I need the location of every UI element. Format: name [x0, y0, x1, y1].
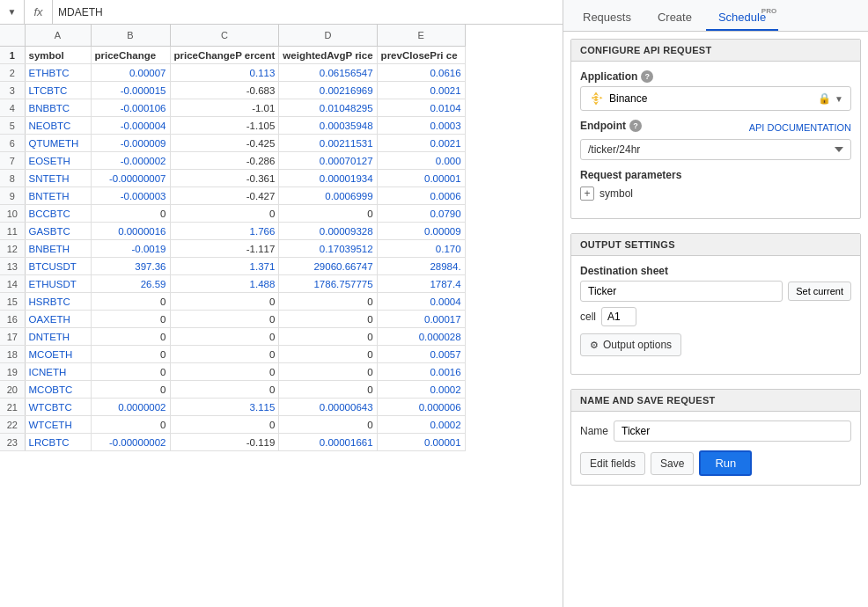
cell-d5[interactable]: 0.00035948: [279, 117, 377, 135]
cell-d3[interactable]: 0.00216969: [279, 82, 377, 99]
cell-e2[interactable]: 0.0616: [377, 64, 465, 82]
cell-c16[interactable]: 0: [170, 311, 279, 328]
cell-a8[interactable]: SNTETH: [25, 170, 91, 187]
cell-c3[interactable]: -0.683: [170, 82, 279, 99]
cell-a21[interactable]: WTCBTC: [25, 399, 91, 416]
cell-d10[interactable]: 0: [279, 205, 377, 223]
cell-a5[interactable]: NEOBTC: [25, 117, 91, 135]
cell-b17[interactable]: 0: [91, 328, 170, 346]
cell-e7[interactable]: 0.000: [377, 152, 465, 170]
cell-d16[interactable]: 0: [279, 311, 377, 328]
edit-fields-button[interactable]: Edit fields: [580, 452, 645, 475]
formula-bar-value[interactable]: MDAETH: [53, 6, 563, 18]
cell-e19[interactable]: 0.0016: [377, 363, 465, 381]
cell-b12[interactable]: -0.0019: [91, 240, 170, 258]
cell-e21[interactable]: 0.000006: [377, 399, 465, 416]
cell-c17[interactable]: 0: [170, 328, 279, 346]
cell-d23[interactable]: 0.00001661: [279, 434, 377, 451]
cell-e17[interactable]: 0.000028: [377, 328, 465, 346]
cell-e5[interactable]: 0.0003: [377, 117, 465, 135]
cell-a2[interactable]: ETHBTC: [25, 64, 91, 82]
run-button[interactable]: Run: [699, 450, 752, 476]
cell-e13[interactable]: 28984.: [377, 258, 465, 275]
cell-a18[interactable]: MCOETH: [25, 346, 91, 363]
cell-b9[interactable]: -0.000003: [91, 187, 170, 205]
cell-b13[interactable]: 397.36: [91, 258, 170, 275]
cell-d22[interactable]: 0: [279, 416, 377, 434]
dest-sheet-input[interactable]: [580, 281, 783, 302]
cell-b20[interactable]: 0: [91, 381, 170, 399]
cell-a17[interactable]: DNTETH: [25, 328, 91, 346]
cell-e4[interactable]: 0.0104: [377, 99, 465, 117]
cell-c23[interactable]: -0.119: [170, 434, 279, 451]
cell-d4[interactable]: 0.01048295: [279, 99, 377, 117]
cell-b10[interactable]: 0: [91, 205, 170, 223]
cell-e1[interactable]: prevClosePri ce: [377, 47, 465, 64]
set-current-button[interactable]: Set current: [788, 282, 851, 301]
cell-b4[interactable]: -0.000106: [91, 99, 170, 117]
cell-e16[interactable]: 0.00017: [377, 311, 465, 328]
app-chevron-icon[interactable]: ▼: [835, 94, 843, 104]
cell-b1[interactable]: priceChange: [91, 47, 170, 64]
cell-e20[interactable]: 0.0002: [377, 381, 465, 399]
cell-d20[interactable]: 0: [279, 381, 377, 399]
cell-c21[interactable]: 3.115: [170, 399, 279, 416]
endpoint-help-icon[interactable]: ?: [629, 120, 642, 132]
tab-requests[interactable]: Requests: [570, 5, 644, 31]
cell-b3[interactable]: -0.000015: [91, 82, 170, 99]
cell-c14[interactable]: 1.488: [170, 275, 279, 293]
cell-a10[interactable]: BCCBTC: [25, 205, 91, 223]
cell-a7[interactable]: EOSETH: [25, 152, 91, 170]
cell-b19[interactable]: 0: [91, 363, 170, 381]
cell-b7[interactable]: -0.000002: [91, 152, 170, 170]
cell-d11[interactable]: 0.00009328: [279, 223, 377, 240]
cell-d15[interactable]: 0: [279, 293, 377, 311]
cell-a20[interactable]: MCOBTC: [25, 381, 91, 399]
cell-b15[interactable]: 0: [91, 293, 170, 311]
tab-schedule[interactable]: PRO Schedule: [706, 5, 778, 31]
add-param-button[interactable]: +: [580, 186, 594, 201]
cell-b22[interactable]: 0: [91, 416, 170, 434]
cell-e3[interactable]: 0.0021: [377, 82, 465, 99]
cell-d17[interactable]: 0: [279, 328, 377, 346]
cell-e12[interactable]: 0.170: [377, 240, 465, 258]
cell-a11[interactable]: GASBTC: [25, 223, 91, 240]
cell-c2[interactable]: 0.113: [170, 64, 279, 82]
endpoint-select[interactable]: /ticker/24hr: [580, 139, 851, 160]
cell-a22[interactable]: WTCETH: [25, 416, 91, 434]
cell-e6[interactable]: 0.0021: [377, 135, 465, 152]
cell-d19[interactable]: 0: [279, 363, 377, 381]
cell-c18[interactable]: 0: [170, 346, 279, 363]
cell-d7[interactable]: 0.00070127: [279, 152, 377, 170]
cell-b18[interactable]: 0: [91, 346, 170, 363]
cell-d14[interactable]: 1786.757775: [279, 275, 377, 293]
formula-bar-dropdown[interactable]: ▼: [0, 0, 25, 25]
cell-a3[interactable]: LTCBTC: [25, 82, 91, 99]
cell-c10[interactable]: 0: [170, 205, 279, 223]
cell-c11[interactable]: 1.766: [170, 223, 279, 240]
output-options-button[interactable]: ⚙ Output options: [580, 333, 681, 356]
cell-d9[interactable]: 0.0006999: [279, 187, 377, 205]
cell-b8[interactable]: -0.00000007: [91, 170, 170, 187]
cell-b2[interactable]: 0.00007: [91, 64, 170, 82]
cell-d1[interactable]: weightedAvgP rice: [279, 47, 377, 64]
cell-d21[interactable]: 0.00000643: [279, 399, 377, 416]
cell-a1[interactable]: symbol: [25, 47, 91, 64]
cell-c15[interactable]: 0: [170, 293, 279, 311]
cell-b21[interactable]: 0.0000002: [91, 399, 170, 416]
cell-e14[interactable]: 1787.4: [377, 275, 465, 293]
name-input[interactable]: [614, 421, 851, 442]
cell-e15[interactable]: 0.0004: [377, 293, 465, 311]
cell-c1[interactable]: priceChangeP ercent: [170, 47, 279, 64]
cell-d13[interactable]: 29060.66747: [279, 258, 377, 275]
cell-b6[interactable]: -0.000009: [91, 135, 170, 152]
cell-b23[interactable]: -0.00000002: [91, 434, 170, 451]
cell-c12[interactable]: -1.117: [170, 240, 279, 258]
cell-a12[interactable]: BNBETH: [25, 240, 91, 258]
cell-d18[interactable]: 0: [279, 346, 377, 363]
cell-d2[interactable]: 0.06156547: [279, 64, 377, 82]
cell-c13[interactable]: 1.371: [170, 258, 279, 275]
application-help-icon[interactable]: ?: [641, 70, 653, 83]
cell-a13[interactable]: BTCUSDT: [25, 258, 91, 275]
cell-c5[interactable]: -1.105: [170, 117, 279, 135]
